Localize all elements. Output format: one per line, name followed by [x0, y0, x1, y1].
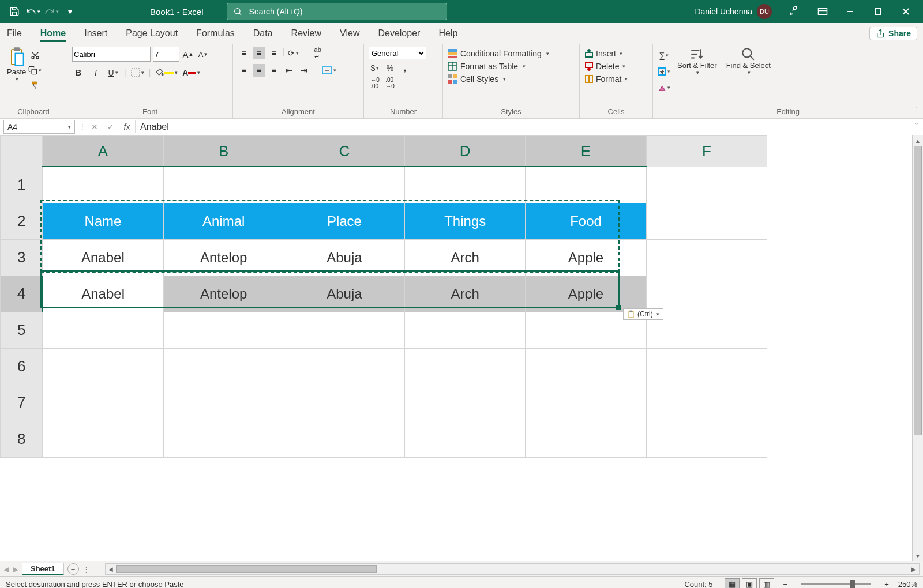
cell-B4[interactable]: Antelop	[163, 276, 284, 312]
minimize-button[interactable]	[836, 0, 864, 23]
col-header-A[interactable]: A	[43, 136, 163, 167]
orientation-button[interactable]: ⟳▾	[287, 47, 300, 59]
user-account[interactable]: Daniel Uchenna DU	[695, 4, 772, 19]
insert-cells-button[interactable]: Insert▾	[584, 49, 622, 58]
normal-view-button[interactable]: ▦	[725, 578, 740, 588]
row-header-1[interactable]: 1	[1, 167, 43, 203]
zoom-out-button[interactable]: −	[783, 580, 788, 589]
col-header-D[interactable]: D	[405, 136, 526, 167]
decrease-font-button[interactable]: A▼	[197, 48, 209, 61]
cell-A3[interactable]: Anabel	[43, 239, 163, 276]
cell-C3[interactable]: Abuja	[284, 239, 404, 276]
cell-E4[interactable]: Apple	[526, 276, 646, 312]
tab-data[interactable]: Data	[252, 26, 274, 41]
undo-button[interactable]: ▾	[25, 4, 40, 19]
accounting-format-button[interactable]: $▾	[369, 62, 381, 74]
underline-button[interactable]: U▾	[107, 66, 119, 79]
increase-decimal-button[interactable]: ←0.00	[369, 77, 381, 89]
cell-D3[interactable]: Arch	[405, 239, 526, 276]
wrap-text-button[interactable]: ab↵	[312, 47, 324, 59]
align-middle-button[interactable]: ≡	[253, 47, 265, 59]
borders-button[interactable]: ▾	[131, 66, 144, 79]
formula-input[interactable]: Anabel	[135, 120, 910, 133]
cell-D2[interactable]: Things	[405, 203, 526, 239]
maximize-button[interactable]	[864, 0, 892, 23]
cell-styles-button[interactable]: Cell Styles▾	[448, 74, 506, 84]
font-family-combo[interactable]	[72, 47, 151, 62]
col-header-C[interactable]: C	[284, 136, 404, 167]
fx-button[interactable]: fx	[119, 122, 135, 131]
col-header-B[interactable]: B	[163, 136, 284, 167]
align-right-button[interactable]: ≡	[268, 64, 280, 77]
row-header-4[interactable]: 4	[1, 276, 43, 312]
redo-button[interactable]: ▾	[44, 4, 59, 19]
delete-cells-button[interactable]: Delete▾	[584, 62, 625, 71]
paste-button[interactable]: Paste ▾	[5, 47, 28, 82]
decrease-indent-button[interactable]: ⇤	[283, 64, 295, 77]
tab-review[interactable]: Review	[290, 26, 322, 41]
italic-button[interactable]: I	[89, 66, 102, 79]
font-size-combo[interactable]	[153, 47, 179, 62]
row-header-2[interactable]: 2	[1, 203, 43, 239]
row-header-7[interactable]: 7	[1, 385, 43, 421]
bold-button[interactable]: B	[72, 66, 85, 79]
conditional-formatting-button[interactable]: Conditional Formatting▾	[448, 49, 549, 58]
row-header-3[interactable]: 3	[1, 239, 43, 276]
worksheet-grid[interactable]: A B C D E F 1 2 Name Animal Place Things…	[0, 135, 923, 561]
sheet-nav-prev[interactable]: ◀	[3, 565, 9, 574]
tab-insert[interactable]: Insert	[83, 26, 108, 41]
clear-button[interactable]: ▾	[658, 81, 670, 94]
search-box[interactable]: Search (Alt+Q)	[227, 3, 447, 20]
page-layout-view-button[interactable]: ▣	[742, 578, 757, 588]
sheet-tab-1[interactable]: Sheet1	[22, 563, 64, 575]
cancel-formula-button[interactable]: ✕	[87, 122, 103, 131]
enter-formula-button[interactable]: ✓	[103, 122, 119, 131]
sheet-nav-next[interactable]: ▶	[13, 565, 18, 574]
save-button[interactable]	[7, 4, 22, 19]
format-cells-button[interactable]: Format▾	[584, 74, 628, 84]
percent-button[interactable]: %	[384, 62, 396, 74]
expand-formula-bar-button[interactable]: ˅	[910, 122, 923, 131]
row-header-6[interactable]: 6	[1, 348, 43, 385]
select-all-corner[interactable]	[1, 136, 43, 167]
col-header-E[interactable]: E	[526, 136, 646, 167]
zoom-slider[interactable]	[801, 583, 871, 585]
number-format-combo[interactable]: General	[369, 47, 426, 59]
qat-customize[interactable]: ▾	[62, 4, 77, 19]
tab-formulas[interactable]: Formulas	[195, 26, 236, 41]
decrease-decimal-button[interactable]: .00→0	[384, 77, 396, 89]
tab-file[interactable]: File	[6, 26, 23, 41]
share-button[interactable]: Share	[869, 27, 917, 40]
close-button[interactable]	[892, 0, 920, 23]
fill-button[interactable]: ▾	[658, 65, 670, 78]
h-scroll-thumb[interactable]	[116, 565, 377, 573]
align-bottom-button[interactable]: ≡	[268, 47, 280, 59]
cell-C2[interactable]: Place	[284, 203, 404, 239]
scroll-up-button[interactable]: ▲	[913, 135, 923, 146]
cell-A2[interactable]: Name	[43, 203, 163, 239]
tab-page-layout[interactable]: Page Layout	[125, 26, 179, 41]
col-header-F[interactable]: F	[646, 136, 767, 167]
collapse-ribbon-button[interactable]: ˄	[914, 105, 918, 115]
new-sheet-button[interactable]: +	[67, 563, 79, 575]
zoom-level[interactable]: 250%	[898, 580, 917, 589]
copy-button[interactable]: ▾	[28, 64, 42, 77]
align-top-button[interactable]: ≡	[238, 47, 250, 59]
font-color-button[interactable]: A▾	[182, 66, 200, 79]
autosum-button[interactable]: ∑▾	[658, 49, 670, 62]
scroll-left-button[interactable]: ◀	[106, 564, 116, 574]
vertical-scrollbar[interactable]: ▲ ▼	[912, 135, 923, 561]
fill-color-button[interactable]: ▾	[155, 66, 178, 79]
row-header-5[interactable]: 5	[1, 312, 43, 348]
tab-view[interactable]: View	[339, 26, 361, 41]
name-box[interactable]: A4▾	[3, 120, 75, 134]
merge-center-button[interactable]: ▾	[322, 64, 336, 77]
align-left-button[interactable]: ≡	[238, 64, 250, 77]
cell-C4[interactable]: Abuja	[284, 276, 404, 312]
ribbon-display-button[interactable]	[809, 0, 836, 23]
cell-E2[interactable]: Food	[526, 203, 646, 239]
horizontal-scrollbar[interactable]: ◀ ▶	[105, 563, 920, 575]
tab-developer[interactable]: Developer	[377, 26, 421, 41]
cell-A4[interactable]: Anabel	[43, 276, 163, 312]
comma-button[interactable]: ,	[399, 62, 411, 74]
